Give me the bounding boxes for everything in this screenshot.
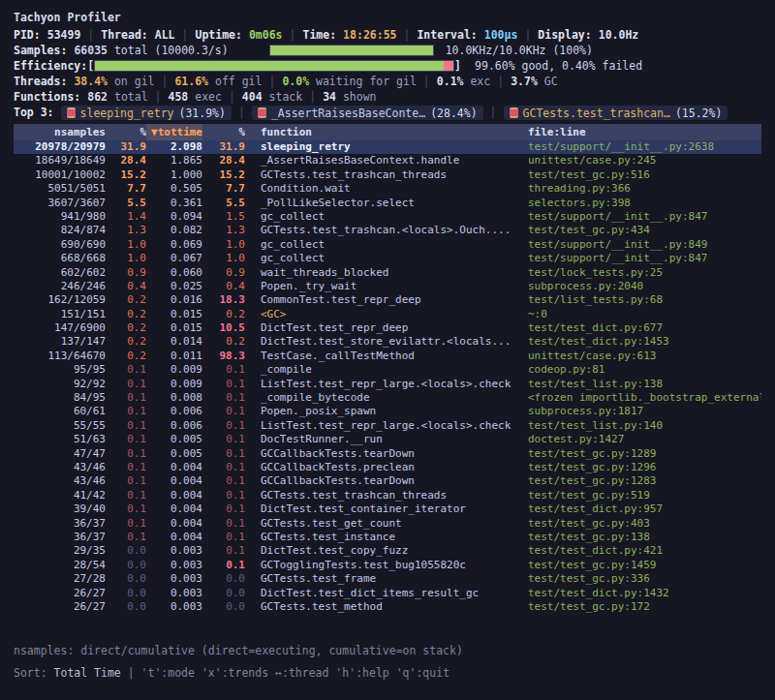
table-row[interactable]: 41/420.10.0040.1GCTests.test_trashcan_th… bbox=[14, 489, 761, 502]
cell-tottime: 0.016 bbox=[146, 293, 202, 307]
top-function-1[interactable]: sleeping_retry(31.9%) bbox=[61, 106, 232, 120]
table-row[interactable]: 60/610.10.0060.1Popen._posix_spawnsubpro… bbox=[14, 405, 761, 418]
cell-cum-pct: 0.2 bbox=[202, 308, 245, 321]
table-row[interactable]: 36/370.10.0040.1GCTests.test_get_countte… bbox=[14, 517, 761, 531]
table-row[interactable]: 92/920.10.0090.1ListTest.test_repr_large… bbox=[14, 378, 761, 391]
status-pid: PID:53499 bbox=[14, 28, 80, 42]
cell-fileline: unittest/case.py:613 bbox=[514, 350, 761, 363]
table-row[interactable]: 26/270.00.0030.0GCTests.test_methodtest/… bbox=[14, 600, 761, 614]
table-row[interactable]: 47/470.10.0050.1GCCallbackTests.tearDown… bbox=[14, 447, 761, 461]
app-title: Tachyon Profiler bbox=[14, 10, 761, 25]
table-row[interactable]: 26/270.00.0030.0DictTest.test_dict_items… bbox=[14, 587, 761, 600]
table-row[interactable]: 95/950.10.0090.1_compilecodeop.py:81 bbox=[14, 363, 761, 377]
cell-tottime: 2.098 bbox=[146, 140, 202, 154]
cell-function: _PollLikeSelector.select bbox=[245, 197, 514, 210]
samples-total-text: total (10000.3/s) bbox=[108, 44, 229, 57]
cell-fileline: test/test_gc.py:434 bbox=[514, 224, 761, 237]
col-cum-pct[interactable]: % bbox=[202, 124, 245, 140]
cell-cum-pct: 0.0 bbox=[202, 587, 245, 600]
threads-label: Threads: bbox=[14, 75, 67, 88]
separator: | bbox=[497, 75, 504, 88]
cell-cum-pct: 0.1 bbox=[202, 559, 245, 572]
cell-nsamples: 92/92 bbox=[14, 378, 106, 391]
cell-nsamples: 20978/20979 bbox=[14, 140, 106, 154]
table-row[interactable]: 51/630.10.0050.1DocTestRunner.__rundocte… bbox=[14, 433, 761, 446]
table-row[interactable]: 20978/2097931.92.09831.9sleeping_retryte… bbox=[14, 140, 761, 154]
status-thread-value: ALL bbox=[155, 28, 175, 42]
cell-fileline: test/test_gc.py:1459 bbox=[514, 559, 761, 572]
cell-tottime: 0.004 bbox=[146, 474, 202, 488]
cell-direct-pct: 1.3 bbox=[106, 224, 146, 237]
cell-direct-pct: 0.1 bbox=[106, 531, 146, 544]
cell-tottime: 0.094 bbox=[146, 210, 202, 224]
table-row[interactable]: 43/460.10.0040.1GCCallbackTests.tearDown… bbox=[14, 474, 761, 488]
samples-label: Samples: bbox=[14, 44, 67, 57]
table-row[interactable]: 162/120590.20.01618.3CommonTest.test_rep… bbox=[14, 293, 761, 307]
table-row[interactable]: 668/6681.00.0671.0gc_collecttest/support… bbox=[14, 252, 761, 265]
cell-cum-pct: 0.1 bbox=[202, 517, 245, 531]
cell-function: CommonTest.test_repr_deep bbox=[245, 293, 514, 307]
cell-tottime: 0.505 bbox=[146, 182, 202, 196]
status-interval-value: 100μs bbox=[484, 28, 518, 42]
table-row[interactable]: 39/400.10.0040.1DictTest.test_container_… bbox=[14, 502, 761, 516]
cell-tottime: 0.015 bbox=[146, 321, 202, 335]
top-function-3[interactable]: GCTests.test_trashcan…(15.2%) bbox=[504, 106, 728, 120]
cell-tottime: 0.006 bbox=[146, 419, 202, 433]
col-tottime-sorted[interactable]: ▼tottime bbox=[146, 124, 202, 140]
table-row[interactable]: 137/1470.20.0140.2DictTest.test_store_ev… bbox=[14, 335, 761, 349]
efficiency-bar bbox=[94, 60, 454, 72]
cell-direct-pct: 28.4 bbox=[106, 154, 146, 167]
top-function-pct: (31.9%) bbox=[178, 106, 225, 121]
col-nsamples[interactable]: nsamples bbox=[14, 124, 106, 140]
cell-fileline: test/test_gc.py:519 bbox=[514, 489, 761, 502]
separator: | bbox=[182, 28, 189, 42]
table-row[interactable]: 55/550.10.0060.1ListTest.test_repr_large… bbox=[14, 419, 761, 433]
cell-direct-pct: 7.7 bbox=[106, 182, 146, 196]
cell-direct-pct: 15.2 bbox=[106, 168, 146, 182]
cell-nsamples: 95/95 bbox=[14, 363, 106, 377]
cell-function: DocTestRunner.__run bbox=[245, 433, 514, 446]
col-direct-pct[interactable]: % bbox=[106, 124, 146, 140]
table-row[interactable]: 28/540.00.0030.1GCTogglingTests.test_bug… bbox=[14, 559, 761, 572]
thread-stat-label: waiting for gil bbox=[309, 75, 417, 88]
table-row[interactable]: 29/350.00.0030.1DictTest.test_copy_fuzzt… bbox=[14, 544, 761, 558]
cell-fileline: ~:0 bbox=[514, 308, 761, 321]
table-row[interactable]: 5051/50517.70.5057.7Condition.waitthread… bbox=[14, 182, 761, 196]
table-row[interactable]: 3607/36075.50.3615.5_PollLikeSelector.se… bbox=[14, 197, 761, 210]
cell-function: GCTests.test_method bbox=[245, 600, 514, 614]
table-row[interactable]: 84/950.10.0080.1_compile_bytecode<frozen… bbox=[14, 391, 761, 405]
thread-stat-value: 0.1% bbox=[437, 75, 464, 88]
cell-direct-pct: 0.0 bbox=[106, 587, 146, 600]
table-row[interactable]: 36/370.10.0040.1GCTests.test_instancetes… bbox=[14, 531, 761, 544]
table-row[interactable]: 246/2460.40.0250.4Popen._try_waitsubproc… bbox=[14, 280, 761, 293]
separator: | bbox=[423, 75, 430, 88]
top-function-name: GCTests.test_trashcan… bbox=[523, 106, 670, 121]
functions-label: Functions: bbox=[14, 90, 80, 104]
table-row[interactable]: 147/69000.20.01510.5DictTest.test_repr_d… bbox=[14, 321, 761, 335]
col-function[interactable]: function bbox=[245, 124, 514, 140]
footer: nsamples: direct/cumulative (direct=exec… bbox=[14, 643, 463, 681]
table-row[interactable]: 18649/1864928.41.86528.4_AssertRaisesBas… bbox=[14, 154, 761, 167]
table-row[interactable]: 43/460.10.0040.1GCCallbackTests.preclean… bbox=[14, 461, 761, 474]
cell-fileline: subprocess.py:2040 bbox=[514, 280, 761, 293]
cell-direct-pct: 1.4 bbox=[106, 210, 146, 224]
top-function-2[interactable]: _AssertRaisesBaseConte…(28.4%) bbox=[252, 106, 483, 120]
table-row[interactable]: 941/9801.40.0941.5gc_collecttest/support… bbox=[14, 210, 761, 224]
col-fileline[interactable]: file:line bbox=[514, 124, 761, 140]
cell-function: _compile_bytecode bbox=[245, 391, 514, 405]
table-row[interactable]: 27/280.00.0030.0GCTests.test_frametest/t… bbox=[14, 572, 761, 586]
table-row[interactable]: 113/646700.20.01198.3TestCase._callTestM… bbox=[14, 350, 761, 363]
thread-icon bbox=[510, 107, 518, 118]
table-row[interactable]: 824/8741.30.0821.3GCTests.test_trashcan.… bbox=[14, 224, 761, 237]
table-row[interactable]: 151/1510.20.0150.2<GC>~:0 bbox=[14, 308, 761, 321]
cell-function: DictTest.test_copy_fuzz bbox=[245, 544, 514, 558]
cell-cum-pct: 0.1 bbox=[202, 461, 245, 474]
table-row[interactable]: 602/6020.90.0600.9wait_threads_blockedte… bbox=[14, 266, 761, 280]
table-row[interactable]: 690/6901.00.0691.0gc_collecttest/support… bbox=[14, 238, 761, 252]
cell-direct-pct: 0.4 bbox=[106, 280, 146, 293]
cell-cum-pct: 1.3 bbox=[202, 224, 245, 237]
cell-fileline: test/test_gc.py:516 bbox=[514, 168, 761, 182]
table-row[interactable]: 10001/1000215.21.00015.2GCTests.test_tra… bbox=[14, 168, 761, 182]
cell-tottime: 0.003 bbox=[146, 559, 202, 572]
function-stat-value: 458 bbox=[169, 90, 189, 104]
